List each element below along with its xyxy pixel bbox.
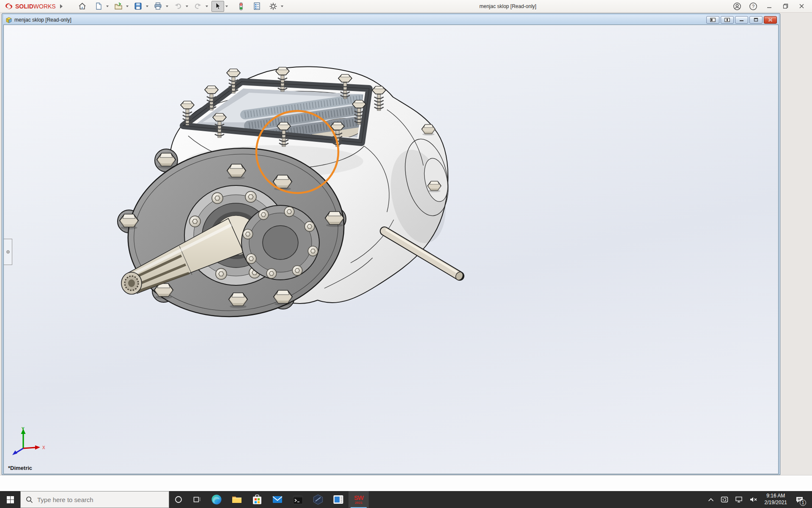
titlebar-controls: ? bbox=[730, 1, 812, 12]
search-input[interactable] bbox=[37, 496, 151, 503]
microsoft-store-icon bbox=[252, 494, 262, 505]
brand-text-works: WORKS bbox=[33, 3, 56, 10]
feature-manager-collapsed-tab[interactable] bbox=[4, 239, 12, 265]
taskbar-app-file-explorer[interactable] bbox=[227, 491, 247, 508]
rebuild-traffic-light-icon bbox=[238, 2, 244, 11]
dassault-systemes-logo-icon bbox=[4, 3, 14, 10]
doc-minimize-button[interactable] bbox=[735, 16, 748, 24]
windows-taskbar: SW 2021 bbox=[0, 491, 812, 508]
volume-button[interactable] bbox=[746, 491, 760, 508]
flange-bolt[interactable] bbox=[273, 175, 292, 190]
action-center-button[interactable]: 1 bbox=[791, 491, 808, 508]
taskbar-app-hexagon[interactable] bbox=[308, 491, 328, 508]
panel-expand-handle-icon bbox=[6, 250, 10, 254]
new-document-dropdown[interactable] bbox=[106, 6, 109, 7]
solidworks-brand: SOLIDWORKS bbox=[0, 3, 56, 10]
clock-date: 2/19/2021 bbox=[765, 500, 787, 506]
minimize-button[interactable] bbox=[762, 1, 776, 12]
edge-icon bbox=[211, 494, 222, 505]
options-dropdown[interactable] bbox=[281, 6, 283, 7]
open-dropdown[interactable] bbox=[126, 6, 129, 7]
cortana-icon bbox=[175, 496, 182, 503]
meet-now-button[interactable] bbox=[718, 491, 731, 508]
home-icon bbox=[78, 2, 86, 10]
print-dropdown[interactable] bbox=[166, 6, 168, 7]
redo-dropdown[interactable] bbox=[206, 6, 208, 7]
network-button[interactable] bbox=[732, 491, 746, 508]
task-view-button[interactable] bbox=[188, 491, 206, 508]
undo-dropdown[interactable] bbox=[186, 6, 188, 7]
doc-pane-left-button[interactable] bbox=[706, 16, 719, 24]
undo-button[interactable] bbox=[172, 1, 184, 12]
flange-bolt[interactable] bbox=[157, 153, 176, 168]
flange-bolt[interactable] bbox=[229, 293, 247, 308]
doc-pane-right-button[interactable] bbox=[721, 16, 734, 24]
login-account-button[interactable] bbox=[730, 1, 744, 12]
redo-button[interactable] bbox=[192, 1, 204, 12]
open-folder-icon bbox=[114, 2, 123, 10]
taskbar-app-edge[interactable] bbox=[206, 491, 227, 508]
app-background-area bbox=[781, 13, 812, 491]
doc-restore-button[interactable] bbox=[749, 16, 763, 24]
svg-text:?: ? bbox=[752, 4, 754, 9]
taskbar-app-news[interactable] bbox=[328, 491, 348, 508]
restore-icon bbox=[783, 3, 788, 9]
taskbar-app-command-prompt[interactable] bbox=[288, 491, 308, 508]
view-orientation-label: *Dimetric bbox=[8, 465, 32, 471]
menu-flyout-arrow-icon[interactable] bbox=[60, 4, 63, 8]
open-button[interactable] bbox=[112, 1, 125, 12]
volume-muted-icon bbox=[749, 496, 757, 503]
undo-icon bbox=[174, 2, 182, 10]
minimize-icon bbox=[767, 4, 772, 9]
search-icon bbox=[26, 496, 33, 503]
side-bearing-cover[interactable] bbox=[241, 205, 319, 280]
doc-close-button[interactable] bbox=[764, 16, 777, 24]
hidden-icons-button[interactable] bbox=[705, 491, 717, 508]
system-tray: 9:16 AM 2/19/2021 1 bbox=[705, 491, 812, 508]
triad-y-label: Y bbox=[22, 427, 25, 431]
file-properties-button[interactable] bbox=[251, 1, 263, 12]
window-title: menjac sklop [Read-only] bbox=[286, 3, 730, 9]
doc-restore-icon bbox=[754, 18, 758, 22]
taskbar-app-mail[interactable] bbox=[267, 491, 288, 508]
document-title: menjac sklop [Read-only] bbox=[14, 17, 71, 23]
options-button[interactable] bbox=[267, 1, 280, 12]
rebuild-button[interactable] bbox=[235, 1, 247, 12]
status-bar bbox=[0, 475, 812, 491]
taskbar-app-store[interactable] bbox=[247, 491, 267, 508]
close-button[interactable] bbox=[794, 1, 809, 12]
new-document-button[interactable] bbox=[92, 1, 105, 12]
news-app-icon bbox=[333, 494, 344, 505]
housing-bolt[interactable] bbox=[428, 181, 441, 192]
flange-bolt[interactable] bbox=[120, 214, 138, 229]
ethernet-network-icon bbox=[735, 496, 743, 503]
help-button[interactable]: ? bbox=[746, 1, 760, 12]
flange-bolt[interactable] bbox=[227, 164, 246, 179]
start-button[interactable] bbox=[0, 491, 20, 508]
meet-now-icon bbox=[721, 496, 728, 503]
save-button[interactable] bbox=[132, 1, 145, 12]
select-tool-button[interactable] bbox=[211, 1, 224, 12]
assembly-document-icon bbox=[5, 17, 12, 23]
pane-right-icon bbox=[724, 18, 730, 22]
flange-bolt[interactable] bbox=[274, 290, 292, 306]
3d-model-gearbox-assembly[interactable] bbox=[4, 25, 779, 474]
triad-x-label: X bbox=[42, 445, 45, 450]
taskbar-search[interactable] bbox=[20, 491, 169, 508]
print-button[interactable] bbox=[152, 1, 165, 12]
windows-logo-icon bbox=[7, 496, 14, 503]
save-dropdown[interactable] bbox=[146, 6, 148, 7]
select-dropdown[interactable] bbox=[225, 6, 228, 7]
cortana-button[interactable] bbox=[169, 491, 188, 508]
graphics-viewport[interactable]: Y X *Dimetric bbox=[3, 25, 779, 474]
flange-bolt[interactable] bbox=[325, 212, 344, 227]
housing-bolt[interactable] bbox=[422, 124, 435, 135]
file-explorer-icon bbox=[231, 494, 242, 505]
taskbar-clock[interactable]: 9:16 AM 2/19/2021 bbox=[761, 493, 790, 506]
restore-button[interactable] bbox=[778, 1, 793, 12]
brand-text-solid: SOLID bbox=[15, 3, 33, 10]
main-titlebar: SOLIDWORKS bbox=[0, 0, 812, 13]
home-button[interactable] bbox=[76, 1, 89, 12]
taskbar-app-solidworks[interactable]: SW 2021 bbox=[348, 491, 369, 508]
file-properties-icon bbox=[253, 2, 261, 10]
